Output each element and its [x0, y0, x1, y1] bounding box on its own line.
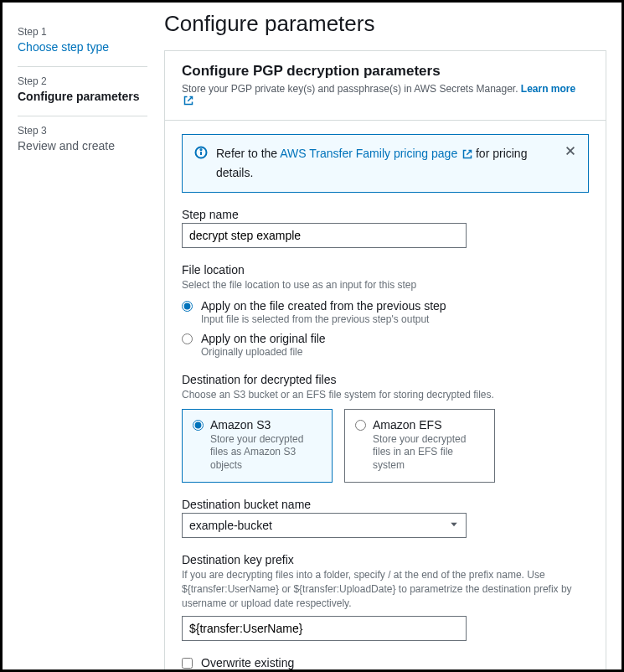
step-label: Step 2 [18, 75, 147, 87]
radio-description: Input file is selected from the previous… [201, 313, 446, 325]
key-prefix-input[interactable] [182, 616, 467, 641]
radio-input[interactable] [355, 420, 366, 431]
radio-label: Apply on the original file [201, 332, 326, 345]
radio-input[interactable] [182, 301, 193, 312]
overwrite-field: Overwrite existing Overwrite if a file w… [182, 656, 589, 672]
svg-point-2 [200, 149, 201, 150]
caret-down-icon [449, 519, 459, 532]
field-label: Destination key prefix [182, 553, 589, 566]
pricing-alert: Refer to the AWS Transfer Family pricing… [182, 134, 589, 193]
info-icon [194, 146, 208, 162]
sidebar-step-1[interactable]: Step 1 Choose step type [18, 18, 147, 67]
page-title: Configure parameters [164, 11, 606, 37]
main-content: Configure parameters Configure PGP decry… [164, 11, 606, 661]
field-label: Destination bucket name [182, 498, 589, 511]
config-panel: Configure PGP decryption parameters Stor… [164, 50, 606, 672]
step-name-input[interactable] [182, 223, 467, 248]
bucket-select[interactable]: example-bucket [182, 513, 467, 538]
radio-description: Originally uploaded file [201, 346, 326, 358]
step-label: Step 3 [18, 125, 147, 137]
overwrite-checkbox-row[interactable]: Overwrite existing Overwrite if a file w… [182, 656, 589, 672]
panel-title: Configure PGP decryption parameters [182, 63, 589, 80]
destination-field: Destination for decrypted files Choose a… [182, 373, 589, 483]
card-description: Store your decrypted files as Amazon S3 … [210, 433, 322, 473]
pricing-link[interactable]: AWS Transfer Family pricing page [280, 147, 472, 160]
external-link-icon [183, 96, 193, 108]
radio-input[interactable] [182, 333, 193, 344]
step-name-field: Step name [182, 208, 589, 248]
radio-label: Apply on the file created from the previ… [201, 299, 446, 313]
checkbox-label: Overwrite existing [201, 656, 585, 669]
card-label: Amazon S3 [210, 418, 322, 432]
panel-subtitle: Store your PGP private key(s) and passph… [182, 83, 589, 108]
card-label: Amazon EFS [373, 418, 484, 432]
card-description: Store your decrypted files in an EFS fil… [373, 433, 484, 473]
bucket-name-field: Destination bucket name example-bucket [182, 498, 589, 538]
field-label: File location [182, 263, 589, 277]
alert-close-button[interactable] [565, 145, 576, 159]
sidebar-step-3: Step 3 Review and create [18, 116, 147, 165]
field-description: If you are decrypting files into a folde… [182, 568, 589, 610]
step-name: Review and create [18, 138, 147, 153]
step-label: Step 1 [18, 26, 147, 38]
field-description: Choose an S3 bucket or an EFS file syste… [182, 388, 589, 402]
field-description: Select the file location to use as an in… [182, 278, 589, 292]
file-location-option-previous[interactable]: Apply on the file created from the previ… [182, 299, 589, 325]
select-value: example-bucket [189, 519, 272, 532]
sidebar-step-2: Step 2 Configure parameters [18, 67, 147, 116]
field-label: Destination for decrypted files [182, 373, 589, 386]
destination-cards: Amazon S3 Store your decrypted files as … [182, 409, 589, 483]
destination-option-s3[interactable]: Amazon S3 Store your decrypted files as … [182, 409, 333, 483]
panel-body: Refer to the AWS Transfer Family pricing… [165, 121, 606, 672]
field-label: Step name [182, 208, 589, 221]
file-location-field: File location Select the file location t… [182, 263, 589, 358]
key-prefix-field: Destination key prefix If you are decryp… [182, 553, 589, 640]
step-name: Configure parameters [18, 89, 147, 104]
overwrite-checkbox[interactable] [182, 658, 193, 669]
alert-message: Refer to the AWS Transfer Family pricing… [216, 145, 556, 182]
panel-header: Configure PGP decryption parameters Stor… [165, 51, 606, 121]
step-name: Choose step type [18, 39, 147, 54]
file-location-option-original[interactable]: Apply on the original file Originally up… [182, 332, 589, 358]
radio-input[interactable] [193, 420, 204, 431]
destination-option-efs[interactable]: Amazon EFS Store your decrypted files in… [344, 409, 495, 483]
external-link-icon [462, 147, 472, 164]
wizard-sidebar: Step 1 Choose step type Step 2 Configure… [18, 11, 164, 661]
